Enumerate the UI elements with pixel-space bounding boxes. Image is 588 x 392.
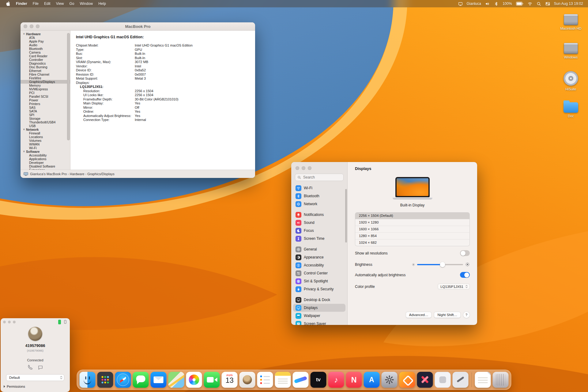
sidebar-item-controller[interactable]: Controller	[21, 58, 70, 62]
sidebar-section-network[interactable]: ∨Network	[21, 128, 70, 131]
sidebar-item-printers[interactable]: Printers	[21, 102, 70, 106]
menu-help[interactable]: Help	[96, 2, 109, 6]
sidebar-item-nvmexpress[interactable]: NVMExpress	[21, 87, 70, 91]
dock-music-icon[interactable]: ♪	[328, 372, 344, 388]
sidebar-item-parallel-scsi[interactable]: Parallel SCSI	[21, 95, 70, 98]
dock-downloads-icon[interactable]	[475, 372, 491, 388]
message-icon[interactable]	[38, 365, 43, 370]
resolution-option[interactable]: 1280 × 854	[355, 232, 469, 239]
sidebar-item-screen-saver[interactable]: Screen Saver	[293, 320, 345, 325]
sidebar-item-spi[interactable]: SPI	[21, 113, 70, 117]
volume-icon[interactable]	[483, 2, 492, 6]
menubar-user[interactable]: Gianluca	[465, 2, 483, 6]
battery-icon[interactable]	[514, 2, 526, 6]
sidebar-item-ata[interactable]: ATA	[21, 36, 70, 40]
minimize-button[interactable]	[30, 24, 33, 28]
sidebar-item-camera[interactable]: Camera	[21, 51, 70, 54]
settings-search[interactable]	[295, 174, 344, 181]
dock-trash-icon[interactable]	[493, 372, 509, 388]
sidebar-item-wi-fi[interactable]: Wi-Fi	[293, 184, 345, 192]
search-input[interactable]	[303, 175, 341, 180]
sidebar-item-displays[interactable]: Displays	[293, 304, 345, 312]
sidebar-item-firewire[interactable]: FireWire	[21, 76, 70, 80]
zoom-button[interactable]	[308, 166, 311, 170]
mode-dropdown[interactable]: Default	[6, 374, 64, 381]
sidebar-item-developer[interactable]: Developer	[21, 161, 70, 164]
sidebar-section-hardware[interactable]: ∨Hardware	[21, 32, 70, 36]
sidebar-item-wallpaper[interactable]: Wallpaper	[293, 312, 345, 320]
dock-app-orange-diamond-icon[interactable]	[399, 372, 415, 388]
brightness-slider-knob[interactable]	[440, 262, 445, 267]
sidebar-item-disabled-software[interactable]: Disabled Software	[21, 164, 70, 168]
dock-reminders-icon[interactable]	[257, 372, 273, 388]
call-icon[interactable]	[27, 365, 33, 370]
menu-file[interactable]: File	[30, 2, 41, 6]
desktop-icon-hisuite[interactable]: HiSuite	[557, 71, 585, 91]
sidebar-item-ethernet[interactable]: Ethernet	[21, 69, 70, 73]
menu-edit[interactable]: Edit	[41, 2, 53, 6]
wifi-icon[interactable]	[526, 2, 534, 6]
desktop-icon-doc[interactable]: Doc	[557, 100, 585, 118]
sidebar-item-power[interactable]: Power	[21, 98, 70, 102]
resolution-option[interactable]: 2256 × 1504 (Default)	[355, 213, 469, 219]
control-center-icon[interactable]	[543, 2, 552, 6]
menubar-clock[interactable]: Sun Aug 13 19:02	[552, 2, 585, 6]
sidebar-item-volumes[interactable]: Volumes	[21, 139, 70, 142]
sidebar-item-extensions[interactable]: Extensions	[21, 168, 70, 170]
close-button[interactable]	[296, 166, 299, 170]
sidebar-item-diagnostics[interactable]: Diagnostics	[21, 62, 70, 65]
sidebar-item-bluetooth[interactable]: Bluetooth	[21, 47, 70, 51]
sidebar-item-network[interactable]: Network	[293, 200, 345, 208]
dock-freeform-icon[interactable]	[293, 372, 309, 388]
dock-system-settings-icon[interactable]	[382, 372, 398, 388]
sidebar-item-privacy-security[interactable]: Privacy & Security	[293, 285, 345, 293]
sidebar-item-graphics-displays[interactable]: Graphics/Displays	[21, 80, 70, 84]
dock-app-store-icon[interactable]: A	[364, 372, 380, 388]
sidebar-item-general[interactable]: General	[293, 245, 345, 253]
sidebar-item-applications[interactable]: Applications	[21, 157, 70, 161]
sidebar-item-apple-pay[interactable]: Apple Pay	[21, 40, 70, 43]
sidebar-item-notifications[interactable]: Notifications	[293, 211, 345, 219]
battery-percent[interactable]: 100%	[501, 2, 514, 6]
settings-sidebar-scrollbar[interactable]	[345, 189, 347, 243]
sidebar-item-sata[interactable]: SATA	[21, 109, 70, 113]
dock-photos-icon[interactable]	[186, 372, 202, 388]
dock-safari-icon[interactable]	[115, 372, 131, 388]
sidebar-item-card-reader[interactable]: Card Reader	[21, 54, 70, 58]
brightness-slider[interactable]	[417, 264, 463, 265]
close-button[interactable]	[24, 24, 27, 28]
dock-messages-icon[interactable]	[133, 372, 149, 388]
color-profile-dropdown[interactable]: LQ135P1JX51	[438, 284, 470, 289]
minimize-button[interactable]	[302, 166, 305, 170]
sidebar-item-firewall[interactable]: Firewall	[21, 131, 70, 135]
minimize-button[interactable]	[8, 321, 11, 323]
sidebar-item-wwan[interactable]: WWAN	[21, 142, 70, 146]
desktop-icon-windows[interactable]: Windows	[557, 43, 585, 59]
zoom-button[interactable]	[13, 321, 16, 323]
resolution-option[interactable]: 588 × 392	[355, 219, 469, 226]
desktop-icon-macintosh-hd[interactable]: Macintosh HD	[557, 14, 585, 30]
dock-news-icon[interactable]: N	[346, 372, 362, 388]
dock-tv-icon[interactable]: tv	[311, 372, 326, 388]
sidebar-item-disc-burning[interactable]: Disc Burning	[21, 65, 70, 69]
sidebar-item-pci[interactable]: PCI	[21, 91, 70, 95]
spotlight-icon[interactable]	[534, 2, 543, 6]
sidebar-item-focus[interactable]: Focus	[293, 227, 345, 235]
permissions-disclosure[interactable]: Permissions	[4, 385, 25, 388]
screen-mirroring-icon[interactable]	[456, 2, 465, 6]
auto-brightness-toggle[interactable]	[460, 272, 470, 278]
apple-menu-icon[interactable]	[3, 1, 13, 6]
close-button[interactable]	[3, 321, 6, 323]
sidebar-item-sas[interactable]: SAS	[21, 106, 70, 109]
advanced-button[interactable]: Advanced…	[406, 312, 432, 318]
help-button[interactable]: ?	[463, 311, 470, 318]
dock-mail-icon[interactable]	[151, 372, 167, 388]
sidebar-item-locations[interactable]: Locations	[21, 135, 70, 139]
sidebar-item-wi-fi[interactable]: Wi-Fi	[21, 146, 70, 150]
sidebar-item-sound[interactable]: Sound	[293, 219, 345, 227]
dock-calendar-icon[interactable]: AUG13	[222, 372, 238, 388]
sidebar-scrollbar[interactable]	[67, 33, 70, 140]
sidebar-item-screen-time[interactable]: Screen Time	[293, 235, 345, 243]
sidebar-item-usb[interactable]: USB	[21, 124, 70, 128]
dock-maps-icon[interactable]	[168, 372, 184, 388]
